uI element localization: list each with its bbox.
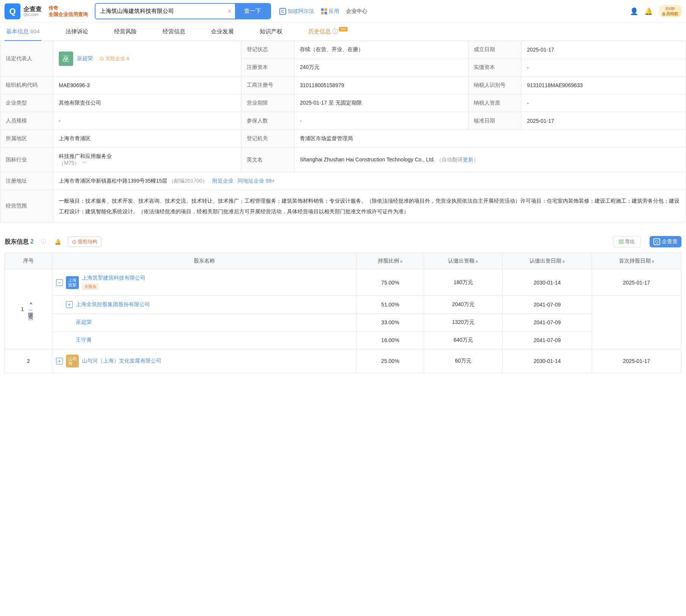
nearby-link[interactable]: 附近企业 xyxy=(212,178,233,184)
c-icon: C xyxy=(279,8,286,15)
logo-text: 企查查 Qcc.com xyxy=(23,5,42,17)
shareholders-table: 序号 股东名称 持股比例◆ 认缴出资额◆ 认缴出资日期◆ 首次持股日期◆ 1 ▲… xyxy=(5,253,681,373)
slogan: 传奇 全国企业信用查询 xyxy=(45,5,91,18)
apps-icon xyxy=(321,8,327,14)
cell-subdate: 2030-01-14 xyxy=(503,349,592,373)
sh-name-link[interactable]: 王守勇 xyxy=(76,337,92,344)
tab-bizinfo[interactable]: 经营信息 xyxy=(161,23,187,41)
tab-risk[interactable]: 经营风险 xyxy=(113,23,138,41)
bell-icon[interactable]: 🔔 xyxy=(644,7,653,16)
col-subdate[interactable]: 认缴出资日期◆ xyxy=(503,253,592,269)
label-reg-auth: 登记机关 xyxy=(241,130,294,148)
val-reg-auth: 青浦区市场监督管理局 xyxy=(294,130,686,148)
info-icon[interactable]: ⓘ xyxy=(39,237,48,246)
logo[interactable]: Q 企查查 Qcc.com xyxy=(5,3,42,19)
table-row: + 上海全筑控股集团股份有限公司 51.00% 2040万元 2041-07-0… xyxy=(5,296,681,314)
cell-ratio: 75.00% xyxy=(356,269,424,296)
cell-ratio: 16.00% xyxy=(356,331,424,349)
tab-basic[interactable]: 基本信息604 xyxy=(5,23,41,41)
triangle-up-icon: ▲ xyxy=(29,302,33,305)
vip-tag: VIP xyxy=(339,27,348,31)
val-staff: - xyxy=(53,112,241,130)
label-staff: 人员规模 xyxy=(0,112,53,130)
val-tax-id: 91310118MAE9069633 xyxy=(522,77,686,94)
label-tax-id: 纳税人识别号 xyxy=(468,77,522,94)
update-link[interactable]: 更新 xyxy=(463,156,473,163)
section-head: 股东信息2 ⓘ 🔔 ⌬股权结构 ▦ 导出 Q企查查 xyxy=(5,236,681,247)
cell-ratio: 51.00% xyxy=(356,296,424,314)
val-insured: - xyxy=(294,112,468,130)
label-addr: 注册地址 xyxy=(0,172,53,190)
section-title: 股东信息2 xyxy=(5,238,34,246)
struct-button[interactable]: ⌬股权结构 xyxy=(68,236,102,247)
tab-dev[interactable]: 企业发展 xyxy=(210,23,235,41)
val-ent-type: 其他有限责任公司 xyxy=(53,94,241,112)
search-input[interactable] xyxy=(96,5,224,17)
cell-name: 巫超荣 xyxy=(52,314,356,331)
header: Q 企查查 Qcc.com 传奇 全国企业信用查询 ✕ 查一下 C知彼阿尔法 应… xyxy=(0,0,686,23)
rep-name-link[interactable]: 巫超荣 xyxy=(77,55,93,62)
col-amount[interactable]: 认缴出资额◆ xyxy=(424,253,503,269)
tab-lawsuit[interactable]: 法律诉讼 xyxy=(64,23,90,41)
related-link[interactable]: ⌬关联企业 6 xyxy=(100,55,129,62)
cell-amount: 60万元 xyxy=(424,349,503,373)
sort-icon: ◆ xyxy=(475,259,478,263)
triangle-down-icon: ▼ xyxy=(29,314,33,317)
val-industry: 科技推广和应用服务业 （M75）﹀ xyxy=(53,148,241,172)
cell-name: + 上海全筑控股集团股份有限公司 xyxy=(52,296,356,314)
val-est-date: 2025-01-17 xyxy=(522,41,686,59)
cell-name: 王守勇 xyxy=(52,331,356,349)
link-apps[interactable]: 应用 xyxy=(321,8,339,15)
val-legal-rep: 巫 巫超荣 ⌬关联企业 6 xyxy=(53,41,241,77)
col-firstdate[interactable]: 首次持股日期◆ xyxy=(592,253,681,269)
table-row: 王守勇 16.00% 640万元 2041-07-09 xyxy=(5,331,681,349)
clear-icon[interactable]: ✕ xyxy=(224,8,235,14)
sh-avatar: 上海筑掣 xyxy=(66,276,79,289)
tab-history[interactable]: 历史信息ⓘVIP xyxy=(307,23,349,41)
link-center[interactable]: 企业中心 xyxy=(346,8,367,15)
search-button[interactable]: 查一下 xyxy=(235,4,270,19)
info-table: 法定代表人 巫 巫超荣 ⌬关联企业 6 登记状态 存续（在营、开业、在册） 成立… xyxy=(0,41,686,222)
sh-name-link[interactable]: 山与河（上海）文化发展有限公司 xyxy=(82,358,161,364)
label-en-name: 英文名 xyxy=(241,148,294,172)
expand-toggle[interactable]: + xyxy=(66,301,73,308)
label-ent-type: 企业类型 xyxy=(0,94,53,112)
table-row: 巫超荣 33.00% 1320万元 2041-07-09 xyxy=(5,314,681,331)
cell-firstdate: 2025-01-17 xyxy=(592,269,681,296)
major-tag: 大股东 xyxy=(82,283,99,290)
val-en-name: Shanghai Zhushan Hai Construction Techno… xyxy=(294,148,686,172)
sh-name-link[interactable]: 上海筑掣建筑科技有限公司 xyxy=(82,275,146,281)
label-paid-capital: 实缴资本 xyxy=(468,59,522,77)
collapse-toggle[interactable]: − xyxy=(56,279,63,286)
label-biz-reg: 工商注册号 xyxy=(241,77,294,94)
sh-name-link[interactable]: 上海全筑控股集团股份有限公司 xyxy=(76,301,150,308)
tab-ip[interactable]: 知识产权 xyxy=(258,23,284,41)
tabs: 基本信息604 法律诉讼 经营风险 经营信息 企业发展 知识产权 历史信息ⓘVI… xyxy=(0,23,686,41)
label-biz-term: 营业期限 xyxy=(241,94,294,112)
sh-name-link[interactable]: 巫超荣 xyxy=(76,319,92,326)
val-paid-capital: - xyxy=(522,59,686,77)
cell-firstdate xyxy=(592,296,681,349)
cell-ratio: 25.00% xyxy=(356,349,424,373)
val-approval: 2025-01-17 xyxy=(522,112,686,130)
label-reg-status: 登记状态 xyxy=(241,41,294,59)
table-row: 1 ▲ 二级股东 ▼ − 上海筑掣 上海筑掣建筑科技有限公司 xyxy=(5,269,681,296)
avatar-icon[interactable]: 👤 xyxy=(630,7,638,16)
same-addr-link[interactable]: 同地址企业 99+ xyxy=(238,178,275,184)
header-icons: 👤 🔔 SVIP 会员特权 xyxy=(630,5,681,17)
export-button[interactable]: ▦ 导出 xyxy=(613,236,641,247)
label-org-code: 组织机构代码 xyxy=(0,77,53,94)
slogan-l1: 传奇 xyxy=(49,5,88,11)
table-header: 序号 股东名称 持股比例◆ 认缴出资额◆ 认缴出资日期◆ 首次持股日期◆ xyxy=(5,253,681,269)
table-row: 2 + 山与河 山与河（上海）文化发展有限公司 25.00% 60万元 2030… xyxy=(5,349,681,373)
chevron-down-icon[interactable]: ﹀ xyxy=(82,160,87,166)
bell-icon[interactable]: 🔔 xyxy=(53,237,63,246)
label-tax-qual: 纳税人资质 xyxy=(468,94,522,112)
tree-icon: ⌬ xyxy=(100,56,104,61)
vip-badge[interactable]: SVIP 会员特权 xyxy=(659,5,681,17)
cell-name: + 山与河 山与河（上海）文化发展有限公司 xyxy=(52,349,356,373)
expand-toggle[interactable]: + xyxy=(56,358,63,364)
col-ratio[interactable]: 持股比例◆ xyxy=(356,253,424,269)
brand-watermark: Q企查查 xyxy=(650,236,681,247)
link-zhibi[interactable]: C知彼阿尔法 xyxy=(279,8,314,15)
